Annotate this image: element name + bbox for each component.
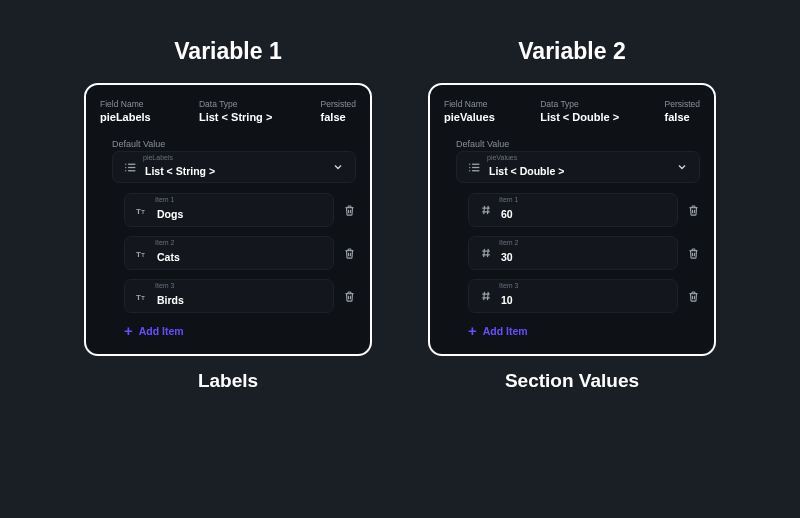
chevron-down-icon [331,160,345,174]
svg-text:T: T [141,208,145,214]
svg-point-21 [469,163,470,164]
text-icon: TT [135,246,149,260]
persisted-label: Persisted [665,99,700,109]
hash-icon [479,203,493,217]
item-index-label: Item 3 [499,282,518,289]
add-item-label: Add Item [139,325,184,337]
svg-line-32 [484,249,485,257]
svg-line-38 [484,292,485,300]
list-item: Item 310 [468,279,700,313]
data-type-label: Data Type [199,99,272,109]
svg-line-33 [488,249,489,257]
default-value-label: Default Value [112,139,356,149]
persisted: Persistedfalse [665,99,700,123]
persisted-value: false [665,111,700,123]
type-mini-label: pieValues [487,154,517,161]
svg-text:T: T [136,249,141,258]
item-input[interactable]: Item 310 [468,279,678,313]
column-title-top: Variable 1 [174,38,281,65]
list-item: Item 3TTBirds [124,279,356,313]
item-value: 30 [501,244,513,263]
svg-point-22 [469,166,470,167]
list-item: Item 1TTDogs [124,193,356,227]
persisted-label: Persisted [321,99,356,109]
item-input[interactable]: Item 160 [468,193,678,227]
data-type-label: Data Type [540,99,619,109]
svg-point-5 [125,170,126,171]
card-header: Field NamepieValuesData TypeList < Doubl… [444,99,700,123]
add-item-button[interactable]: +Add Item [112,313,356,340]
variable-card: Field NamepieValuesData TypeList < Doubl… [428,83,716,356]
column-title-bottom: Section Values [505,370,639,392]
item-index-label: Item 1 [155,196,174,203]
svg-text:T: T [141,251,145,257]
item-value: Cats [157,244,180,263]
item-input[interactable]: Item 1TTDogs [124,193,334,227]
item-input[interactable]: Item 230 [468,236,678,270]
item-index-label: Item 1 [499,196,518,203]
field-name-value: pieLabels [100,111,151,123]
column-title-bottom: Labels [198,370,258,392]
item-value: 60 [501,201,513,220]
field-name-value: pieValues [444,111,495,123]
plus-icon: + [124,323,133,338]
item-index-label: Item 2 [499,239,518,246]
field-name-label: Field Name [100,99,151,109]
svg-line-26 [484,206,485,214]
persisted-value: false [321,111,356,123]
persisted: Persistedfalse [321,99,356,123]
item-list: Item 1TTDogsItem 2TTCatsItem 3TTBirds [112,193,356,313]
delete-icon[interactable] [686,203,700,217]
text-icon: TT [135,203,149,217]
item-value: Dogs [157,201,183,220]
delete-icon[interactable] [342,246,356,260]
data-type-value: List < String > [199,111,272,123]
default-value-block: Default ValuepieValuesList < Double >Ite… [444,139,700,340]
svg-text:T: T [141,294,145,300]
item-value: Birds [157,287,184,306]
hash-icon [479,289,493,303]
field-name: Field NamepieValues [444,99,495,123]
field-name: Field NamepieLabels [100,99,151,123]
delete-icon[interactable] [342,289,356,303]
column-title-top: Variable 2 [518,38,625,65]
list-icon [123,160,137,174]
svg-point-3 [125,163,126,164]
field-name-label: Field Name [444,99,495,109]
svg-point-4 [125,166,126,167]
list-item: Item 160 [468,193,700,227]
variable-column-2: Variable 2Field NamepieValuesData TypeLi… [428,38,716,392]
text-icon: TT [135,289,149,303]
delete-icon[interactable] [342,203,356,217]
delete-icon[interactable] [686,289,700,303]
svg-line-39 [488,292,489,300]
data-type-value: List < Double > [540,111,619,123]
svg-text:T: T [136,292,141,301]
add-item-button[interactable]: +Add Item [456,313,700,340]
delete-icon[interactable] [686,246,700,260]
type-mini-label: pieLabels [143,154,173,161]
item-value: 10 [501,287,513,306]
card-header: Field NamepieLabelsData TypeList < Strin… [100,99,356,123]
variable-card: Field NamepieLabelsData TypeList < Strin… [84,83,372,356]
list-item: Item 2TTCats [124,236,356,270]
item-input[interactable]: Item 3TTBirds [124,279,334,313]
default-value-label: Default Value [456,139,700,149]
item-index-label: Item 3 [155,282,174,289]
default-value-block: Default ValuepieLabelsList < String >Ite… [100,139,356,340]
type-selector[interactable]: pieValuesList < Double > [456,151,700,183]
chevron-down-icon [675,160,689,174]
item-index-label: Item 2 [155,239,174,246]
svg-line-27 [488,206,489,214]
data-type: Data TypeList < String > [199,99,272,123]
svg-text:T: T [136,206,141,215]
list-icon [467,160,481,174]
list-item: Item 230 [468,236,700,270]
plus-icon: + [468,323,477,338]
variable-column-1: Variable 1Field NamepieLabelsData TypeLi… [84,38,372,392]
add-item-label: Add Item [483,325,528,337]
item-input[interactable]: Item 2TTCats [124,236,334,270]
data-type: Data TypeList < Double > [540,99,619,123]
type-selector[interactable]: pieLabelsList < String > [112,151,356,183]
hash-icon [479,246,493,260]
